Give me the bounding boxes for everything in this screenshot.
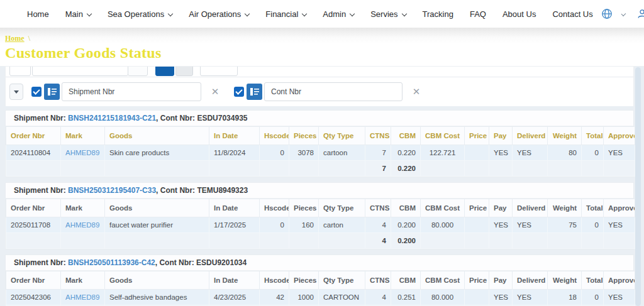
mark-link[interactable]: AHMED89 [65,293,99,301]
cont-clear-icon[interactable]: ✕ [410,86,423,97]
col-header-mark: Mark [61,127,105,145]
cell-pieces: 160 [289,217,319,233]
col-header-weight: Weight [548,199,582,217]
cell-goods: Skin care products [105,145,209,161]
cell-weight: 80 [548,145,582,161]
col-header-price: Price [465,127,489,145]
col-header-hscode: Hscode [260,127,289,145]
col-header-cbm: CBM [391,199,421,217]
cell-total: 0 [582,217,604,233]
col-header-deliverd: Deliverd [513,199,548,217]
nav-item-financial[interactable]: Financial [257,9,314,19]
nav-right: Development Team [601,5,644,23]
table-row: 2025011708AHMED89faucet water purifier1/… [6,217,635,233]
col-header-weight: Weight [548,127,582,145]
title-band: Home\ Customer Goods Status [0,28,644,66]
shipment-filter-checkbox[interactable] [31,87,42,97]
language-chevron-down-icon[interactable] [621,11,625,16]
cont-nbr-input[interactable] [264,82,402,101]
col-header-price: Price [465,271,489,290]
col-header-qty-type: Qty Type [319,199,365,217]
col-header-approve: Approve [604,127,635,145]
chevron-down-icon [168,11,173,16]
caret-down-icon [14,90,19,94]
cell-goods: Self-adhesive bandages [105,290,209,305]
vertical-scrollbar[interactable] [635,67,641,306]
nav-item-main[interactable]: Main [57,9,99,19]
total-empty [61,233,105,249]
shipment-nbr-input[interactable] [62,82,201,101]
total-empty [319,233,365,249]
nav-item-servies[interactable]: Servies [362,9,414,19]
col-header-ctns: CTNS [365,199,391,217]
chevron-down-icon [245,11,250,16]
cell-pay: YES [489,217,513,233]
toolbar-box[interactable] [128,67,148,76]
cont-filter-icon-button[interactable] [247,84,262,100]
cell-qty-type: cartoon [319,145,365,161]
nav-item-sea-operations[interactable]: Sea Operations [99,9,180,19]
total-empty [489,233,513,249]
cell-price [465,145,489,161]
page-size-stepper[interactable] [9,67,31,76]
filter-row: ✕ ✕ [6,77,633,106]
shipment-clear-icon[interactable]: ✕ [209,86,221,97]
total-empty [489,161,513,177]
cell-deliverd: YES [513,290,548,305]
toolbar-primary-button[interactable] [155,67,174,76]
total-empty [260,161,289,177]
col-header-ctns: CTNS [365,127,391,145]
col-header-cbm-cost: CBM Cost [421,127,465,145]
cell-cbm-cost: 80.000 [421,217,465,233]
nav-item-contact-us[interactable]: Contact Us [544,9,601,19]
total-empty [289,161,319,177]
filter-dropdown-toggle[interactable] [9,84,23,100]
globe-icon[interactable] [601,8,613,19]
breadcrumb-home-link[interactable]: Home [5,34,25,43]
cell-cbm-cost: 122.721 [421,145,465,161]
col-header-goods: Goods [105,271,209,290]
shipment-nbr-link[interactable]: BNSH241215181943-C21 [68,114,156,123]
chevron-down-icon [401,11,406,16]
col-header-total: Total [582,199,604,217]
nav-item-faq[interactable]: FAQ [462,9,494,19]
toolbar-input[interactable] [32,67,128,76]
goods-table: Order NbrMarkGoodsIn DateHscodePiecesQty… [6,199,635,249]
cell-cbm: 0.200 [391,217,421,233]
col-header-pay: Pay [489,199,513,217]
cell-in-date: 4/23/2025 [209,290,260,305]
cont-filter-checkbox[interactable] [234,87,244,97]
shipment-nbr-link[interactable]: BNSH250312195407-C33 [68,186,156,195]
col-header-in-date: In Date [209,271,260,290]
nav-item-home[interactable]: Home [19,9,57,19]
user-icon [637,9,644,19]
col-header-qty-type: Qty Type [319,271,365,290]
mark-link[interactable]: AHMED89 [65,221,99,229]
nav-item-tracking[interactable]: Tracking [414,9,462,19]
cell-order-nbr: 2025011708 [6,217,61,233]
col-header-ctns: CTNS [365,271,391,290]
shipment-group: Shipment Nbr: BNSH241215181943-C21, Cont… [5,110,634,177]
nav-item-air-operations[interactable]: Air Operations [180,9,257,19]
summary-row: 70.220 [6,161,635,177]
cell-qty-type: carton [319,217,365,233]
top-navbar: HomeMainSea OperationsAir OperationsFina… [0,0,644,28]
nav-item-admin[interactable]: Admin [314,9,362,19]
total-cbm: 0.200 [391,233,421,249]
shipment-nbr-link[interactable]: BNSH250501113936-C42 [68,258,155,267]
total-empty [582,233,604,249]
toolbar-small-input[interactable] [200,67,238,76]
shipment-filter-icon-button[interactable] [44,84,60,100]
toolbar-secondary-button[interactable] [175,67,193,76]
col-header-pieces: Pieces [289,271,319,290]
shipment-groups: Shipment Nbr: BNSH241215181943-C21, Cont… [5,110,634,306]
nav-item-about-us[interactable]: About Us [494,9,544,19]
col-header-goods: Goods [105,199,209,217]
clipped-toolbar [6,67,633,77]
col-header-deliverd: Deliverd [513,127,548,145]
mark-link[interactable]: AHMED89 [65,149,99,156]
col-header-order-nbr: Order Nbr [6,271,61,290]
cell-goods: faucet water purifier [105,217,209,233]
col-header-total: Total [582,271,604,290]
total-empty [604,233,635,249]
